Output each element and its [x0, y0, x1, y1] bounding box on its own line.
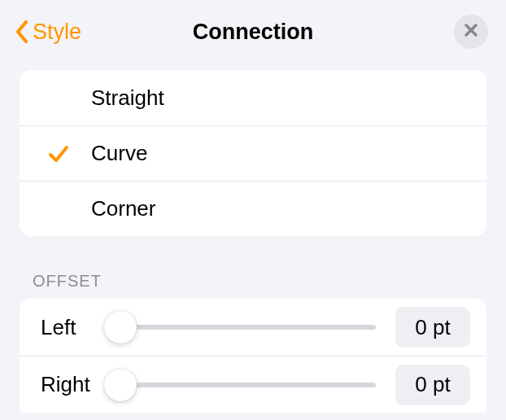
option-label: Straight — [86, 85, 164, 111]
offset-right-label: Right — [41, 372, 98, 397]
checkmark-icon — [39, 142, 86, 165]
offset-right-slider[interactable] — [111, 369, 382, 401]
close-button[interactable] — [454, 15, 488, 49]
page-title: Connection — [193, 20, 314, 45]
option-label: Corner — [86, 196, 155, 221]
slider-thumb[interactable] — [104, 369, 137, 401]
offset-left-label: Left — [41, 315, 98, 340]
slider-thumb[interactable] — [104, 311, 137, 343]
slider-track — [111, 383, 376, 387]
back-label: Style — [33, 20, 81, 45]
offset-section-header: OFFSET — [33, 272, 473, 291]
offset-left-row: Left 0 pt — [20, 299, 486, 356]
offset-left-slider[interactable] — [111, 311, 382, 343]
chevron-left-icon — [15, 20, 29, 44]
slider-track — [111, 325, 376, 330]
connection-type-list: Straight Curve Corner — [20, 70, 486, 236]
close-icon — [463, 22, 479, 42]
nav-bar: Style Connection — [0, 0, 506, 65]
offset-right-row: Right 0 pt — [20, 356, 486, 413]
back-button[interactable]: Style — [15, 20, 81, 45]
option-straight[interactable]: Straight — [20, 70, 486, 125]
option-corner[interactable]: Corner — [20, 181, 486, 236]
offset-right-value[interactable]: 0 pt — [395, 365, 470, 405]
offset-panel: Left 0 pt Right 0 pt — [20, 299, 486, 413]
offset-left-value[interactable]: 0 pt — [395, 307, 470, 348]
option-label: Curve — [86, 141, 147, 166]
option-curve[interactable]: Curve — [20, 125, 486, 181]
